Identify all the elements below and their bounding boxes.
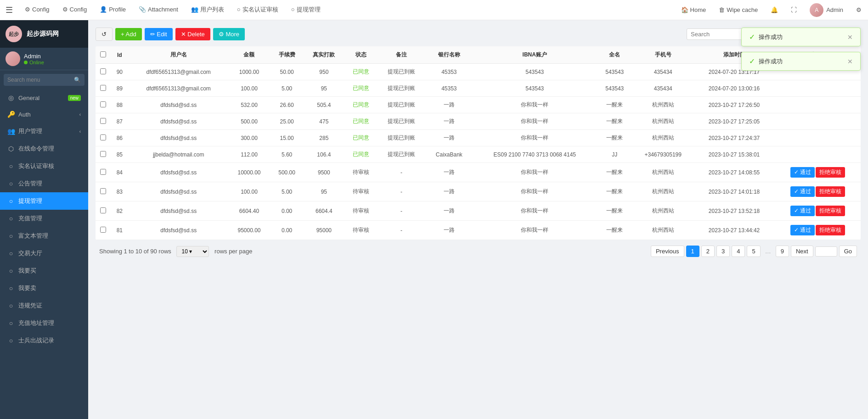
sidebar-item-buy[interactable]: ○ 我要买 xyxy=(0,262,88,279)
row-checkbox[interactable] xyxy=(100,169,106,175)
page-dots: … xyxy=(762,246,774,257)
search-menu-input[interactable] xyxy=(4,74,85,86)
cell-amount: 100.00 xyxy=(228,80,270,97)
table-row: 83 dfdsfsd@sd.ss 100.00 5.00 95 待审核 - 一路… xyxy=(96,182,861,201)
top-navbar: ☰ ⚙ Config ⚙ Config 👤 Profile 📎 Attachme… xyxy=(0,0,868,20)
sidebar-item-general[interactable]: ◎ General new xyxy=(0,89,88,106)
cell-amount: 1000.00 xyxy=(228,64,270,80)
row-checkbox[interactable] xyxy=(100,68,106,74)
prev-page-button[interactable]: Previous xyxy=(651,246,684,257)
goto-button[interactable]: Go xyxy=(839,246,857,257)
row-checkbox[interactable] xyxy=(100,101,106,107)
fullscreen-icon[interactable]: ⛶ xyxy=(784,0,803,20)
cell-id: 90 xyxy=(110,64,129,80)
row-checkbox[interactable] xyxy=(100,151,106,157)
cell-ibna: 你和我一样 xyxy=(473,221,597,240)
cell-fullname: JJ xyxy=(597,146,633,163)
row-checkbox[interactable] xyxy=(100,207,106,213)
cell-ibna: 543543 xyxy=(473,80,597,97)
edit-button[interactable]: ✏ Edit xyxy=(145,28,173,40)
sidebar-item-violation[interactable]: ○ 违规凭证 xyxy=(0,297,88,314)
data-table-wrapper: Id 用户名 金额 手续费 真实打款 状态 备注 银行名称 IBNA账户 全名 … xyxy=(96,46,861,240)
avatar: A xyxy=(810,3,823,17)
reject-button[interactable]: 拒绝审核 xyxy=(816,167,845,178)
next-page-button[interactable]: Next xyxy=(791,246,813,257)
row-checkbox[interactable] xyxy=(100,118,106,124)
admin-avatar-area[interactable]: A Admin xyxy=(803,0,850,20)
sidebar-item-soldier[interactable]: ○ 士兵出战记录 xyxy=(0,332,88,349)
toast-close-1[interactable]: ✕ xyxy=(847,34,853,41)
cell-remark: - xyxy=(378,182,426,201)
sidebar-item-withdraw[interactable]: ○ 提现管理 xyxy=(0,192,88,210)
delete-button[interactable]: ✕ Delete xyxy=(175,28,210,40)
toast-close-2[interactable]: ✕ xyxy=(847,58,853,65)
sidebar-item-usermgmt[interactable]: 👥 用户管理 ‹ xyxy=(0,123,88,140)
nav-userlist[interactable]: 👥 用户列表 xyxy=(185,0,231,20)
nav-profile[interactable]: 👤 Profile xyxy=(93,0,132,20)
approve-button[interactable]: ✓ 通过 xyxy=(790,225,815,235)
add-button[interactable]: + Add xyxy=(115,28,142,40)
nav-config1[interactable]: ⚙ Config xyxy=(18,0,56,20)
page-button-9[interactable]: 9 xyxy=(776,246,789,257)
usermgmt-icon: 👥 xyxy=(7,128,15,135)
page-button-5[interactable]: 5 xyxy=(747,246,760,257)
hamburger-icon[interactable]: ☰ xyxy=(0,5,18,15)
reject-button[interactable]: 拒绝审核 xyxy=(816,206,845,216)
select-all-checkbox[interactable] xyxy=(100,51,106,57)
toast-text-2: 操作成功 xyxy=(759,57,783,66)
cell-id: 89 xyxy=(110,80,129,97)
sidebar-item-sell[interactable]: ○ 我要卖 xyxy=(0,279,88,297)
sidebar-item-announcement[interactable]: ○ 公告管理 xyxy=(0,175,88,192)
page-button-3[interactable]: 3 xyxy=(716,246,730,257)
more-button[interactable]: ⚙ More xyxy=(213,28,245,40)
sidebar-item-trading[interactable]: ○ 交易大厅 xyxy=(0,245,88,262)
cell-remark: - xyxy=(378,201,426,221)
cell-real: 95 xyxy=(304,80,344,97)
sidebar-item-recharge[interactable]: ○ 充值管理 xyxy=(0,210,88,227)
approve-button[interactable]: ✓ 通过 xyxy=(790,206,815,216)
cell-phone: 杭州西站 xyxy=(632,221,693,240)
nav-withdraw[interactable]: ○ 提现管理 xyxy=(285,0,327,20)
users-icon: 👥 xyxy=(191,6,198,13)
reject-button[interactable]: 拒绝审核 xyxy=(816,186,845,197)
row-checkbox[interactable] xyxy=(100,134,106,140)
page-button-2[interactable]: 2 xyxy=(701,246,715,257)
notification-icon[interactable]: 🔔 xyxy=(764,0,784,20)
cell-id: 82 xyxy=(110,201,129,221)
sidebar-item-realname[interactable]: ○ 实名认证审核 xyxy=(0,157,88,175)
reject-button[interactable]: 拒绝审核 xyxy=(816,225,845,235)
attachment-icon: 📎 xyxy=(139,6,146,13)
sidebar-avatar xyxy=(6,51,20,66)
approve-button[interactable]: ✓ 通过 xyxy=(790,167,815,178)
brand-name: 起步源码网 xyxy=(27,30,59,38)
cell-actions: ✓ 通过拒绝审核 xyxy=(775,221,861,240)
row-checkbox[interactable] xyxy=(100,227,106,233)
cell-bank: 一路 xyxy=(426,201,473,221)
row-checkbox[interactable] xyxy=(100,85,106,91)
cell-phone: 杭州西站 xyxy=(632,97,693,113)
nav-realname[interactable]: ○ 实名认证审核 xyxy=(231,0,285,20)
rows-per-page-select[interactable]: 10 ▾ 25 50 xyxy=(176,246,209,257)
nav-config2[interactable]: ⚙ Config xyxy=(56,0,94,20)
sidebar-item-richtext[interactable]: ○ 富文本管理 xyxy=(0,227,88,245)
page-button-1[interactable]: 1 xyxy=(686,246,699,257)
cell-amount: 532.00 xyxy=(228,97,270,113)
approve-button[interactable]: ✓ 通过 xyxy=(790,186,815,197)
sidebar-item-address[interactable]: ○ 充值地址管理 xyxy=(0,314,88,332)
cell-id: 85 xyxy=(110,146,129,163)
settings-icon[interactable]: ⚙ xyxy=(850,0,868,20)
goto-page-input[interactable] xyxy=(815,246,837,257)
sidebar-item-auth[interactable]: 🔑 Auth ‹ xyxy=(0,106,88,123)
wipe-cache-button[interactable]: 🗑 Wipe cache xyxy=(712,0,764,20)
table-row: 81 dfdsfsd@sd.ss 95000.00 0.00 95000 待审核… xyxy=(96,221,861,240)
cell-bank: 45353 xyxy=(426,64,473,80)
violation-icon: ○ xyxy=(7,302,15,309)
row-checkbox[interactable] xyxy=(100,188,106,194)
page-button-4[interactable]: 4 xyxy=(732,246,745,257)
home-link[interactable]: 🏠 Home xyxy=(675,0,713,20)
refresh-button[interactable]: ↺ xyxy=(96,28,113,41)
sidebar-item-cmd[interactable]: ⬡ 在线命令管理 xyxy=(0,140,88,157)
topnav-right: 🏠 Home 🗑 Wipe cache 🔔 ⛶ A Admin ⚙ xyxy=(675,0,868,20)
cell-created: 2024-07-20 13:00:16 xyxy=(693,80,774,97)
nav-attachment[interactable]: 📎 Attachment xyxy=(132,0,185,20)
